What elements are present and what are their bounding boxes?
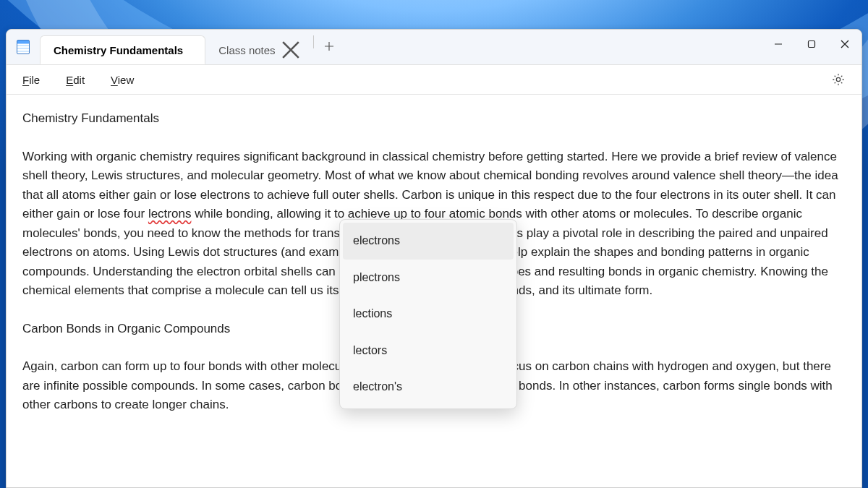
suggestion-item[interactable]: lections <box>340 296 516 333</box>
notepad-window: Chemistry Fundamentals Class notes <box>6 29 862 488</box>
notepad-app-icon <box>17 40 30 54</box>
tab-active[interactable]: Chemistry Fundamentals <box>40 35 205 64</box>
svg-point-1 <box>836 77 840 81</box>
doc-title-line: Chemistry Fundamentals <box>22 109 846 129</box>
tab-inactive-label: Class notes <box>218 44 275 56</box>
menu-edit[interactable]: Edit <box>53 69 98 90</box>
text-editor[interactable]: Chemistry Fundamentals Working with orga… <box>7 95 861 487</box>
window-controls <box>762 30 861 59</box>
close-button[interactable] <box>828 30 861 59</box>
misspelled-word[interactable]: lectrons <box>148 207 192 221</box>
new-tab-button[interactable] <box>318 35 340 57</box>
close-icon[interactable] <box>281 40 300 59</box>
svg-rect-0 <box>809 41 815 48</box>
menu-file[interactable]: File <box>9 69 53 90</box>
tab-active-label: Chemistry Fundamentals <box>54 44 183 56</box>
suggestion-item[interactable]: electrons <box>343 223 514 260</box>
minimize-button[interactable] <box>762 30 795 59</box>
tab-strip: Chemistry Fundamentals Class notes <box>40 35 340 64</box>
tab-separator <box>313 35 314 48</box>
suggestion-item[interactable]: plectrons <box>340 260 516 296</box>
spellcheck-suggestions-menu: electrons plectrons lections lectors ele… <box>339 219 517 409</box>
menubar: File Edit View <box>7 65 861 95</box>
settings-button[interactable] <box>827 68 850 91</box>
menu-view[interactable]: View <box>98 69 147 90</box>
titlebar: Chemistry Fundamentals Class notes <box>7 30 861 65</box>
tab-inactive[interactable]: Class notes <box>205 35 308 64</box>
maximize-button[interactable] <box>795 30 828 59</box>
suggestion-item[interactable]: electron's <box>340 369 516 406</box>
suggestion-item[interactable]: lectors <box>340 333 516 369</box>
gear-icon <box>832 73 845 86</box>
